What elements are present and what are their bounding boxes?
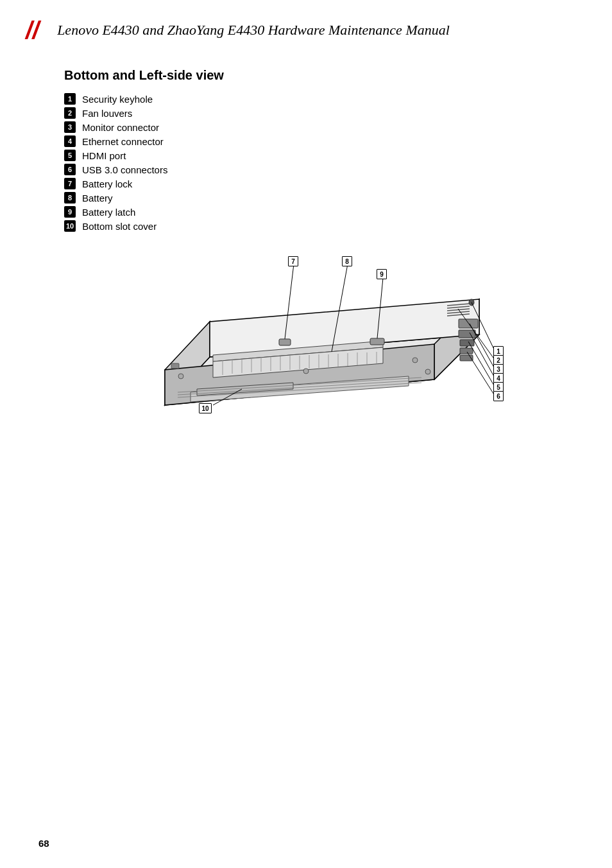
svg-rect-32 — [460, 340, 474, 346]
svg-rect-31 — [459, 330, 475, 338]
svg-point-27 — [412, 358, 418, 363]
badge-5: 5 — [64, 150, 76, 161]
laptop-diagram-svg — [114, 251, 511, 431]
callout-8: 8 — [342, 256, 352, 266]
callout-7: 7 — [288, 256, 298, 266]
list-item: 1 Security keyhole — [64, 93, 561, 105]
svg-rect-33 — [460, 348, 473, 354]
badge-1: 1 — [64, 93, 76, 105]
list-item: 2 Fan louvers — [64, 107, 561, 119]
callout-9: 9 — [377, 269, 387, 279]
list-item: 3 Monitor connector — [64, 121, 561, 133]
svg-line-50 — [470, 333, 495, 378]
item-label-9: Battery latch — [82, 207, 135, 218]
badge-4: 4 — [64, 135, 76, 147]
logo-slash-icon: // — [26, 18, 39, 42]
items-list: 1 Security keyhole 2 Fan louvers 3 Monit… — [64, 93, 561, 232]
list-item: 6 USB 3.0 connectors — [64, 164, 561, 175]
list-item: 5 HDMI port — [64, 150, 561, 161]
badge-10: 10 — [64, 220, 76, 232]
header-title: Lenovo E4430 and ZhaoYang E4430 Hardware… — [57, 22, 450, 39]
svg-line-52 — [467, 352, 495, 395]
item-label-1: Security keyhole — [82, 94, 153, 105]
list-item: 10 Bottom slot cover — [64, 220, 561, 232]
callout-6: 6 — [493, 391, 504, 401]
badge-7: 7 — [64, 178, 76, 189]
list-item: 4 Ethernet connector — [64, 135, 561, 147]
svg-point-29 — [425, 369, 430, 374]
badge-9: 9 — [64, 206, 76, 218]
diagram: 7 8 9 1 2 3 4 5 6 10 — [114, 251, 511, 431]
badge-6: 6 — [64, 164, 76, 175]
badge-8: 8 — [64, 192, 76, 204]
main-content: Bottom and Left-side view 1 Security key… — [0, 55, 612, 456]
svg-line-51 — [468, 342, 495, 386]
item-label-5: HDMI port — [82, 150, 126, 161]
svg-point-28 — [303, 369, 309, 374]
item-label-8: Battery — [82, 193, 113, 204]
item-label-2: Fan louvers — [82, 108, 132, 119]
section-title: Bottom and Left-side view — [64, 68, 561, 83]
svg-point-26 — [178, 374, 183, 379]
svg-rect-41 — [279, 339, 291, 345]
page-header: // Lenovo E4430 and ZhaoYang E4430 Hardw… — [0, 0, 612, 55]
list-item: 7 Battery lock — [64, 178, 561, 189]
callout-10: 10 — [199, 403, 212, 413]
svg-rect-42 — [370, 338, 384, 345]
item-label-4: Ethernet connector — [82, 136, 164, 147]
page-number: 68 — [38, 838, 49, 849]
item-label-10: Bottom slot cover — [82, 221, 157, 232]
item-label-6: USB 3.0 connectors — [82, 164, 167, 175]
badge-2: 2 — [64, 107, 76, 119]
list-item: 9 Battery latch — [64, 206, 561, 218]
item-label-3: Monitor connector — [82, 122, 159, 133]
svg-rect-46 — [171, 363, 179, 369]
logo: // — [26, 18, 46, 42]
list-item: 8 Battery — [64, 192, 561, 204]
item-label-7: Battery lock — [82, 178, 132, 189]
badge-3: 3 — [64, 121, 76, 133]
